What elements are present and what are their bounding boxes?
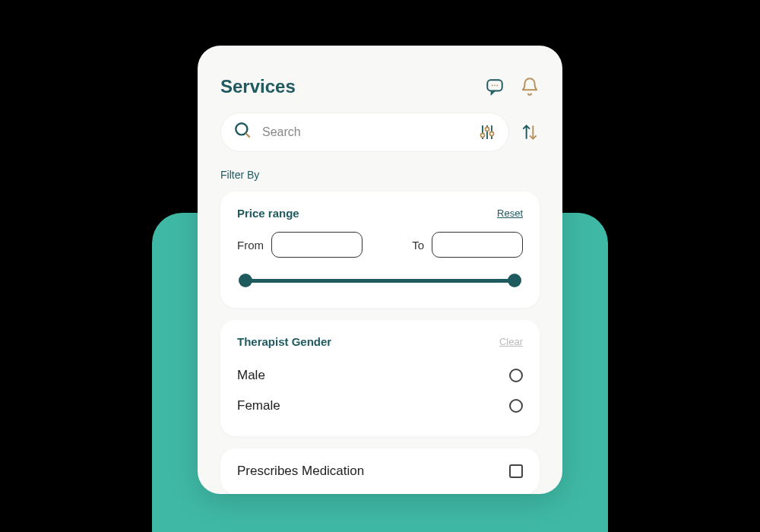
gender-option-female[interactable]: Female (237, 391, 523, 421)
gender-title: Therapist Gender (237, 335, 331, 348)
medication-label: Prescribes Medication (237, 464, 364, 479)
price-panel-header: Price range Reset (237, 207, 523, 220)
header-icons (485, 77, 540, 97)
header: Services (220, 76, 540, 97)
gender-label-female: Female (237, 398, 280, 413)
slider-track (242, 279, 518, 283)
radio-male[interactable] (509, 369, 523, 382)
svg-line-5 (245, 133, 249, 137)
gender-panel-header: Therapist Gender Clear (237, 335, 523, 348)
bell-icon[interactable] (520, 77, 540, 97)
svg-point-2 (494, 85, 496, 87)
page-title: Services (220, 76, 296, 97)
clear-link[interactable]: Clear (499, 336, 523, 347)
price-from-input[interactable] (271, 232, 363, 258)
search-icon (233, 121, 253, 144)
reset-link[interactable]: Reset (497, 207, 523, 219)
gender-option-male[interactable]: Male (237, 360, 523, 391)
radio-female[interactable] (509, 399, 523, 413)
gender-panel: Therapist Gender Clear Male Female (220, 320, 540, 436)
search-input[interactable] (262, 125, 469, 139)
search-row (220, 112, 540, 152)
search-box[interactable] (220, 112, 509, 152)
filter-sliders-icon[interactable] (478, 123, 496, 141)
svg-point-11 (490, 132, 494, 136)
svg-point-10 (486, 128, 489, 131)
services-card: Services (198, 46, 562, 494)
slider-thumb-min[interactable] (239, 274, 252, 287)
slider-thumb-max[interactable] (508, 274, 521, 287)
filter-by-label: Filter By (220, 169, 540, 181)
medication-panel: Prescribes Medication (220, 448, 540, 494)
from-label: From (237, 239, 264, 252)
svg-point-3 (496, 85, 498, 87)
price-slider[interactable] (242, 273, 518, 288)
to-label: To (412, 239, 424, 252)
price-range-panel: Price range Reset From To (220, 192, 540, 308)
gender-label-male: Male (237, 368, 265, 383)
checkbox-medication[interactable] (509, 464, 523, 478)
price-to-input[interactable] (432, 232, 523, 258)
chat-icon[interactable] (485, 77, 505, 97)
medication-option[interactable]: Prescribes Medication (237, 464, 523, 479)
svg-point-1 (492, 85, 493, 87)
price-range-inputs: From To (237, 232, 523, 258)
svg-point-9 (481, 134, 485, 138)
sort-icon[interactable] (520, 122, 540, 142)
svg-point-4 (236, 123, 247, 135)
price-range-title: Price range (237, 207, 299, 220)
